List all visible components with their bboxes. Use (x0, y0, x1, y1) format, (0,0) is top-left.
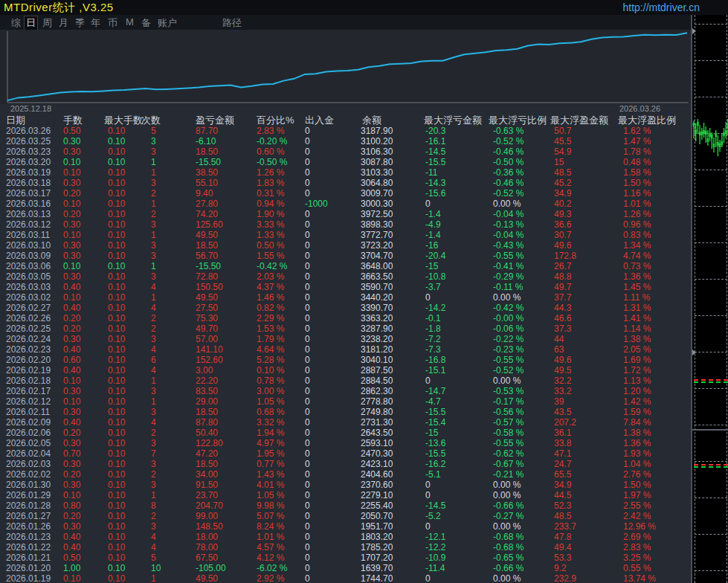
menu-item-7[interactable]: M (124, 16, 135, 28)
table-row[interactable]: 2026.03.090.300.10356.701.55 %03704.70-2… (0, 251, 691, 261)
table-row[interactable]: 2026.02.040.700.10747.201.95 %02470.30-1… (0, 448, 691, 459)
table-row[interactable]: 2026.03.030.400.104150.504.37 %03590.70-… (0, 282, 691, 292)
menu-item-2[interactable]: 周 (41, 16, 54, 30)
table-row[interactable]: 2026.03.170.200.1029.400.31 %03009.70-15… (0, 188, 691, 199)
menu-item-9[interactable]: 账户 (156, 16, 178, 30)
table-row[interactable]: 2026.01.230.400.10418.001.01 %01803.20-1… (0, 532, 691, 542)
cell-count: 2 (151, 209, 156, 219)
cell-max-float-loss-pct: -0.04 % (493, 230, 524, 240)
table-row[interactable]: 2026.01.300.300.10391.504.01 %02370.6000… (0, 480, 691, 490)
cell-lots: 0.50 (63, 553, 80, 563)
cell-count: 2 (151, 469, 156, 480)
table-row[interactable]: 2026.03.230.300.10318.500.60 %03106.30-1… (0, 146, 691, 157)
cell-max-float-profit-pct: 1.72 % (623, 365, 651, 376)
cell-max-lots: 0.10 (108, 480, 125, 490)
table-row[interactable]: 2026.03.120.300.103125.603.33 %03898.30-… (0, 219, 691, 230)
table-row[interactable]: 2026.02.170.300.10383.503.00 %02862.30-1… (0, 386, 691, 396)
cell-lots: 0.20 (63, 188, 80, 199)
cell-count: 3 (151, 136, 156, 146)
cell-max-float-profit-pct: 1.93 % (623, 448, 651, 459)
table-row[interactable]: 2026.02.020.200.10234.001.43 %02404.60-5… (0, 469, 691, 480)
cell-max-float-loss-pct: -0.66 % (493, 563, 524, 573)
cell-lots: 0.30 (63, 146, 80, 157)
table-row[interactable]: 2026.03.190.100.10138.501.26 %03103.30-1… (0, 167, 691, 178)
cell-pnl: 23.70 (196, 490, 218, 500)
cell-balance: 2749.80 (361, 407, 393, 417)
cell-lots: 0.70 (63, 448, 80, 459)
table-row[interactable]: 2026.02.110.300.10318.500.68 %02749.80-1… (0, 407, 691, 417)
grid-line (695, 315, 727, 316)
cell-max-float-loss: -20.4 (425, 251, 445, 261)
cell-date: 2026.03.23 (6, 146, 51, 157)
table-row[interactable]: 2026.03.250.300.103-6.10-0.20 %03100.20-… (0, 136, 691, 146)
table-row[interactable]: 2026.01.290.100.10123.701.05 %02279.1000… (0, 490, 691, 500)
cell-cash-flow: 0 (305, 136, 310, 146)
table-row[interactable]: 2026.02.190.400.1043.000.10 %02887.50-15… (0, 365, 691, 376)
menu-item-4[interactable]: 季 (74, 16, 86, 30)
table-row[interactable]: 2026.03.110.100.10149.501.33 %03772.70-1… (0, 230, 691, 240)
menu-item-8[interactable]: 备 (140, 16, 152, 30)
table-row[interactable]: 2026.02.120.100.10129.001.05 %02778.80-4… (0, 396, 691, 407)
grid-line (695, 570, 727, 571)
table-row[interactable]: 2026.03.060.100.101-15.50-0.42 %03648.00… (0, 261, 691, 271)
table-row[interactable]: 2026.03.100.300.10318.500.50 %03723.20-1… (0, 240, 691, 251)
website-link[interactable]: http://mtdriver.cn (623, 1, 700, 13)
cell-lots: 0.30 (63, 521, 80, 532)
menu-item-path[interactable]: 路径 (221, 16, 243, 30)
cell-balance: 2470.30 (361, 448, 393, 459)
table-row[interactable]: 2026.03.200.100.101-15.50-0.50 %03087.80… (0, 157, 691, 167)
cell-max-float-profit: 40.2 (554, 199, 571, 209)
menu-item-5[interactable]: 年 (89, 16, 102, 30)
cell-date: 2026.02.24 (6, 334, 51, 344)
cell-max-float-profit-pct: 1.14 % (623, 323, 651, 334)
table-row[interactable]: 2026.02.050.300.103122.804.97 %02593.10-… (0, 438, 691, 448)
cell-max-float-profit-pct: 1.50 % (623, 178, 651, 188)
cell-max-lots: 0.10 (108, 532, 125, 542)
main-area: 综日周月季年币M备账户路径 2025.12.18 2026.03.26 日期手数… (0, 15, 691, 583)
cell-date: 2026.03.18 (6, 178, 51, 188)
table-row[interactable]: 2026.03.020.100.10149.501.46 %03440.2000… (0, 292, 691, 303)
cell-date: 2026.02.02 (6, 469, 51, 480)
table-row[interactable]: 2026.01.280.800.108204.709.98 %02255.40-… (0, 500, 691, 511)
cell-balance: 2593.10 (361, 438, 393, 448)
table-row[interactable]: 2026.01.260.300.103148.508.24 %01951.700… (0, 521, 691, 532)
table-row[interactable]: 2026.02.270.400.10427.500.82 %03390.70-1… (0, 303, 691, 313)
table-row[interactable]: 2026.03.130.200.10274.201.90 %03972.50-1… (0, 209, 691, 219)
menu-item-0[interactable]: 综 (10, 16, 22, 30)
cell-max-float-loss-pct: 0.00 % (493, 490, 521, 500)
menu-item-day[interactable]: 日 (25, 16, 37, 30)
chart-window-divider[interactable] (692, 429, 728, 431)
menu-item-6[interactable]: 币 (106, 16, 119, 30)
cell-pct: 0.77 % (257, 459, 284, 469)
cell-max-float-profit: 63 (554, 344, 564, 355)
cell-lots: 0.10 (63, 157, 80, 167)
cell-date: 2026.02.11 (6, 407, 50, 417)
table-row[interactable]: 2026.02.060.200.10250.401.94 %02643.50-1… (0, 428, 691, 438)
table-row[interactable]: 2026.03.180.300.10355.101.83 %03064.80-1… (0, 178, 691, 188)
table-row[interactable]: 2026.02.200.600.106152.605.28 %03040.10-… (0, 355, 691, 365)
table-row[interactable]: 2026.01.201.000.1010-105.00-6.02 %01639.… (0, 563, 691, 573)
table-row[interactable]: 2026.02.240.300.10357.001.79 %03238.20-7… (0, 334, 691, 344)
cell-cash-flow: 0 (305, 396, 310, 407)
menu-item-3[interactable]: 月 (57, 16, 70, 30)
table-row[interactable]: 2026.03.160.100.10127.800.94 %-10003000.… (0, 199, 691, 209)
table-row[interactable]: 2026.02.260.200.10275.302.29 %03363.20-0… (0, 313, 691, 323)
table-row[interactable]: 2026.02.030.300.10318.500.77 %02423.10-1… (0, 459, 691, 469)
cell-pct: 3.33 % (257, 219, 284, 230)
cell-pnl: 99.00 (196, 511, 218, 521)
cell-cash-flow: 0 (305, 532, 310, 542)
table-row[interactable]: 2026.02.250.200.10249.701.53 %03287.90-1… (0, 323, 691, 334)
table-row[interactable]: 2026.02.180.100.10122.200.78 %02884.5000… (0, 376, 691, 386)
table-row[interactable]: 2026.02.230.400.104141.104.64 %03181.20-… (0, 344, 691, 355)
cell-count: 3 (151, 386, 156, 396)
table-row[interactable]: 2026.03.050.300.10372.802.03 %03663.50-1… (0, 271, 691, 282)
cell-cash-flow: 0 (305, 292, 310, 303)
table-row[interactable]: 2026.02.090.400.10487.803.32 %02731.30-1… (0, 417, 691, 428)
cell-date: 2026.02.17 (6, 386, 51, 396)
table-row[interactable]: 2026.01.270.200.10299.005.07 %02050.70-5… (0, 511, 691, 521)
table-row[interactable]: 2026.03.260.500.10587.702.83 %03187.90-2… (0, 126, 691, 136)
table-row[interactable]: 2026.01.210.500.10567.504.12 %01707.20-1… (0, 553, 691, 563)
table-row[interactable]: 2026.01.220.400.10478.004.57 %01785.20-1… (0, 542, 691, 553)
table-row[interactable]: 2026.01.190.100.10149.502.92 %01744.7000… (0, 573, 691, 583)
cell-pct: 0.31 % (257, 188, 284, 199)
